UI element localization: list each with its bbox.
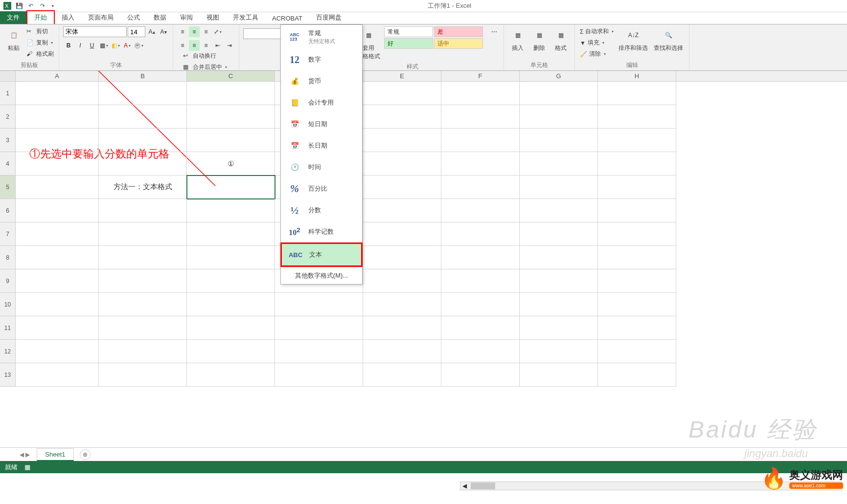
cell[interactable]	[275, 363, 363, 387]
cell[interactable]	[16, 82, 99, 105]
cell[interactable]	[99, 199, 187, 222]
cell[interactable]	[598, 105, 676, 129]
phonetic-button[interactable]: ㊥▾	[134, 40, 144, 51]
cell[interactable]	[363, 82, 441, 105]
cell[interactable]	[275, 340, 363, 363]
col-header[interactable]: E	[363, 71, 441, 81]
cell[interactable]	[99, 222, 187, 246]
cell[interactable]	[520, 82, 598, 105]
cell[interactable]	[99, 269, 187, 293]
copy-button[interactable]: 📄复制▾	[25, 38, 55, 48]
cell[interactable]	[16, 269, 99, 293]
cell[interactable]	[598, 129, 676, 152]
cell[interactable]	[187, 269, 275, 293]
tab-layout[interactable]: 页面布局	[81, 11, 120, 24]
style-good[interactable]: 好	[384, 38, 433, 49]
align-right-button[interactable]: ≡	[201, 40, 211, 51]
cell[interactable]	[363, 152, 441, 175]
cell[interactable]	[99, 340, 187, 363]
cell[interactable]	[598, 246, 676, 269]
fill-button[interactable]: ▼ 填充▾	[579, 38, 615, 48]
nf-item[interactable]: ABC123常规无特定格式	[281, 25, 362, 49]
cell[interactable]	[520, 175, 598, 199]
cell[interactable]	[598, 363, 676, 387]
grow-font-button[interactable]: A▴	[146, 26, 157, 37]
save-icon[interactable]: 💾	[15, 1, 23, 10]
insert-cells-button[interactable]: ▦插入	[508, 26, 527, 53]
font-size-select[interactable]	[128, 26, 145, 37]
cell[interactable]	[441, 105, 520, 129]
cell[interactable]	[363, 340, 441, 363]
row-header[interactable]: 2	[0, 105, 16, 129]
cell[interactable]	[363, 222, 441, 246]
cell[interactable]	[598, 82, 676, 105]
cell[interactable]	[520, 246, 598, 269]
tab-home[interactable]: 开始	[26, 10, 55, 24]
cell[interactable]	[99, 363, 187, 387]
cell[interactable]	[99, 105, 187, 129]
cell[interactable]	[16, 175, 99, 199]
tab-acrobat[interactable]: ACROBAT	[265, 13, 309, 24]
italic-button[interactable]: I	[75, 40, 86, 51]
shrink-font-button[interactable]: A▾	[158, 26, 169, 37]
nf-item[interactable]: 12数字	[281, 49, 362, 70]
cell[interactable]	[441, 82, 520, 105]
align-center-button[interactable]: ≡	[189, 40, 200, 51]
cell[interactable]	[99, 82, 187, 105]
cell[interactable]	[187, 199, 275, 222]
cell[interactable]	[187, 340, 275, 363]
format-cells-button[interactable]: ▦格式	[551, 26, 571, 53]
align-top-button[interactable]: ≡	[177, 26, 188, 37]
col-header[interactable]: B	[99, 71, 187, 81]
cell[interactable]	[99, 152, 187, 175]
row-header[interactable]: 8	[0, 246, 16, 269]
col-header[interactable]: F	[441, 71, 520, 81]
sort-filter-button[interactable]: A↓Z排序和筛选	[617, 26, 650, 53]
tab-formula[interactable]: 公式	[120, 11, 147, 24]
indent-increase-button[interactable]: ⇥	[224, 40, 235, 51]
cell[interactable]	[520, 293, 598, 316]
tab-view[interactable]: 视图	[200, 11, 226, 24]
tab-baidu[interactable]: 百度网盘	[309, 11, 348, 24]
fill-color-button[interactable]: ◧▾	[110, 40, 121, 51]
paste-button[interactable]: 📋 粘贴	[4, 26, 23, 53]
add-sheet-button[interactable]: ⊕	[80, 449, 91, 460]
cell[interactable]	[363, 175, 441, 199]
delete-cells-button[interactable]: ▦删除	[529, 26, 549, 53]
undo-icon[interactable]: ↶	[26, 1, 35, 10]
cell[interactable]	[441, 152, 520, 175]
cell[interactable]	[99, 246, 187, 269]
cell[interactable]	[441, 175, 520, 199]
cell[interactable]	[363, 316, 441, 340]
cell[interactable]	[520, 105, 598, 129]
cell[interactable]	[520, 152, 598, 175]
row-header[interactable]: 6	[0, 199, 16, 222]
cell[interactable]	[275, 293, 363, 316]
nf-item[interactable]: 🕐时间	[281, 156, 362, 178]
col-header[interactable]: G	[520, 71, 598, 81]
cell[interactable]	[363, 105, 441, 129]
cell[interactable]	[16, 199, 99, 222]
cell[interactable]	[441, 269, 520, 293]
row-header[interactable]: 13	[0, 363, 16, 387]
nf-item[interactable]: 💰货币	[281, 70, 362, 92]
cell[interactable]	[520, 340, 598, 363]
cell[interactable]	[363, 269, 441, 293]
cell[interactable]	[16, 340, 99, 363]
nf-item[interactable]: 📒会计专用	[281, 92, 362, 113]
cell[interactable]	[16, 293, 99, 316]
cell[interactable]	[187, 105, 275, 129]
bold-button[interactable]: B	[63, 40, 74, 51]
cell[interactable]	[598, 293, 676, 316]
border-button[interactable]: ▦▾	[98, 40, 109, 51]
row-header[interactable]: 7	[0, 222, 16, 246]
nf-item[interactable]: ½分数	[281, 199, 362, 221]
cell[interactable]	[598, 175, 676, 199]
cell[interactable]	[441, 293, 520, 316]
align-bottom-button[interactable]: ≡	[201, 26, 211, 37]
cell[interactable]	[441, 340, 520, 363]
cell[interactable]	[441, 222, 520, 246]
redo-icon[interactable]: ↷	[38, 1, 47, 10]
cell[interactable]	[99, 293, 187, 316]
row-header[interactable]: 4	[0, 152, 16, 175]
